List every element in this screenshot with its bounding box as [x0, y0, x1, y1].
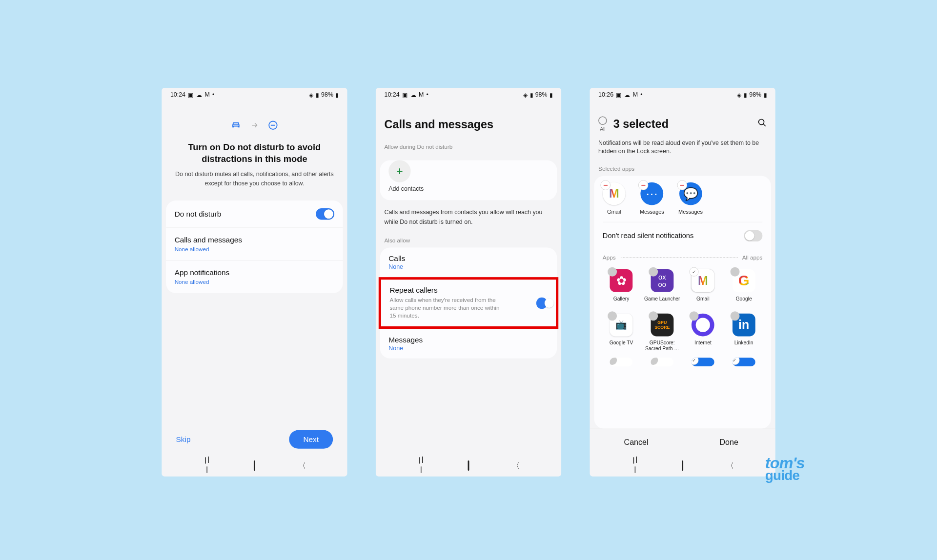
signal-icon: ▮	[316, 91, 319, 99]
back-button[interactable]: 〈	[295, 460, 309, 471]
done-button[interactable]: Done	[683, 429, 775, 455]
cloud-icon: ☁	[410, 91, 416, 99]
silent-notifications-row[interactable]: Don't read silent notifications	[594, 222, 771, 249]
selected-app-messages-2[interactable]: − 💬 Messages	[678, 182, 703, 215]
add-contacts-label: Add contacts	[380, 185, 557, 199]
calls-messages-row[interactable]: Calls and messages None allowed	[166, 228, 343, 260]
check-icon	[608, 311, 617, 320]
search-icon	[757, 118, 767, 127]
selected-app-gmail[interactable]: − M Gmail	[603, 182, 626, 215]
dots-divider	[620, 257, 738, 258]
recents-button[interactable]	[200, 457, 214, 475]
app-label: Messages	[678, 209, 703, 215]
phone-1: 10:24 ▣ ☁ M • ◈ ▮ 98% ▮ Turn on Do not d…	[162, 88, 347, 477]
wifi-icon: ◈	[309, 91, 314, 99]
next-button[interactable]: Next	[289, 430, 333, 449]
home-button[interactable]	[247, 461, 262, 470]
silent-label: Don't read silent notifications	[603, 232, 693, 240]
repeat-toggle[interactable]	[536, 298, 547, 309]
app-game-launcher[interactable]: oxooGame Launcher	[644, 269, 681, 306]
battery-icon: ▮	[550, 91, 553, 99]
cloud-icon: ☁	[624, 91, 630, 99]
app-gallery[interactable]: ✿Gallery	[603, 269, 640, 306]
skip-button[interactable]: Skip	[176, 435, 191, 444]
dnd-label: Do not disturb	[175, 210, 222, 219]
dot-icon: •	[427, 91, 428, 99]
recents-button[interactable]	[628, 457, 642, 475]
gmail-icon: − M	[603, 182, 626, 205]
gmail-indicator-icon: M	[204, 91, 209, 99]
back-button[interactable]: 〈	[723, 460, 737, 471]
battery-pct: 98%	[535, 91, 548, 99]
check-icon	[730, 267, 739, 276]
gallery-indicator-icon: ▣	[616, 91, 622, 99]
check-icon	[649, 311, 658, 320]
dnd-toggle[interactable]	[316, 208, 334, 220]
check-icon: ✓	[692, 358, 699, 365]
calls-sub: None	[388, 263, 548, 271]
repeat-label: Repeat callers	[389, 286, 536, 295]
silent-toggle[interactable]	[744, 230, 762, 241]
home-button[interactable]	[675, 461, 690, 470]
calls-row[interactable]: Calls None	[380, 247, 557, 277]
battery-icon: ▮	[764, 91, 767, 99]
dot-icon: •	[212, 91, 214, 99]
car-icon	[230, 120, 241, 131]
app-partial-3[interactable]: ✓	[684, 358, 721, 366]
selected-app-messages-1[interactable]: − ⋯ Messages	[640, 182, 664, 215]
remove-icon[interactable]: −	[600, 180, 610, 190]
partial-icon: ✓	[733, 358, 755, 366]
repeat-callers-row[interactable]: Repeat callers Allow calls when they're …	[379, 277, 558, 329]
check-icon	[610, 358, 617, 365]
cancel-button[interactable]: Cancel	[590, 429, 683, 455]
app-google-tv[interactable]: 📺Google TV	[603, 313, 640, 350]
hero-icons	[162, 102, 347, 141]
messages-icon: − 💬	[679, 182, 702, 205]
messages-icon: − ⋯	[640, 182, 663, 205]
add-contacts-button[interactable]: +	[388, 160, 410, 182]
select-all-button[interactable]: All	[598, 116, 607, 131]
page-title: Calls and messages	[376, 102, 561, 140]
app-google[interactable]: GGoogle	[725, 269, 762, 306]
messages-row[interactable]: Messages None	[380, 329, 557, 359]
remove-icon[interactable]: −	[638, 180, 648, 190]
phone-3: 10:26 ▣ ☁ M • ◈ ▮ 98% ▮ All 3 selected N…	[590, 88, 775, 477]
messages-label: Messages	[388, 336, 548, 344]
app-partial-4[interactable]: ✓	[725, 358, 762, 366]
recents-button[interactable]	[414, 457, 428, 475]
app-gpuscore[interactable]: GPUSCOREGPUScore: Sacred Path …	[644, 313, 681, 350]
navbar: 〈	[376, 455, 561, 477]
partial-icon	[651, 358, 673, 366]
app-internet[interactable]: Internet	[684, 313, 721, 350]
battery-pct: 98%	[321, 91, 333, 99]
check-icon	[730, 311, 739, 320]
statusbar: 10:24 ▣ ☁ M • ◈ ▮ 98% ▮	[162, 88, 347, 102]
app-gmail[interactable]: ✓MGmail	[684, 269, 721, 306]
arrow-right-icon	[250, 121, 259, 130]
gallery-indicator-icon: ▣	[402, 91, 408, 99]
wifi-icon: ◈	[523, 91, 528, 99]
battery-pct: 98%	[749, 91, 761, 99]
gmail-icon: ✓M	[692, 269, 714, 292]
navbar: 〈	[162, 455, 347, 477]
back-button[interactable]: 〈	[509, 460, 523, 471]
home-button[interactable]	[461, 461, 475, 470]
app-partial-1[interactable]	[603, 358, 640, 366]
check-icon	[651, 358, 658, 365]
search-button[interactable]	[757, 118, 767, 130]
gmail-indicator-icon: M	[419, 91, 424, 99]
dnd-row[interactable]: Do not disturb	[166, 200, 343, 228]
all-apps-button[interactable]: All apps	[742, 254, 763, 260]
check-icon	[649, 267, 658, 276]
google-tv-icon: 📺	[610, 313, 633, 336]
app-notifications-row[interactable]: App notifications None allowed	[166, 261, 343, 294]
app-partial-2[interactable]	[644, 358, 681, 366]
app-linkedin[interactable]: inLinkedIn	[725, 313, 762, 350]
hero-title: Turn on Do not disturb to avoid distract…	[162, 141, 347, 165]
time: 10:24	[170, 91, 185, 99]
time: 10:24	[384, 91, 399, 99]
phone-2: 10:24 ▣ ☁ M • ◈ ▮ 98% ▮ Calls and messag…	[376, 88, 561, 477]
partial-icon: ✓	[692, 358, 714, 366]
remove-icon[interactable]: −	[677, 180, 687, 190]
check-icon	[608, 267, 617, 276]
